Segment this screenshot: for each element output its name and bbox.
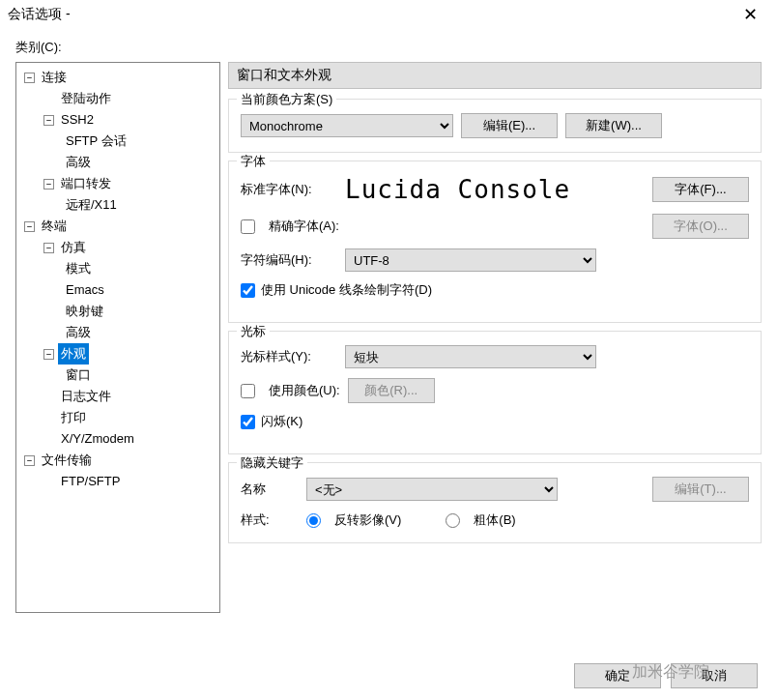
group-title-font: 字体: [237, 153, 270, 170]
tree-terminal[interactable]: 终端: [39, 216, 70, 237]
cursor-style-label: 光标样式(Y):: [241, 348, 337, 365]
toggle-icon[interactable]: −: [43, 179, 54, 190]
color-scheme-group: 当前颜色方案(S) Monochrome 编辑(E)... 新建(W)...: [228, 99, 762, 153]
edit-scheme-button[interactable]: 编辑(E)...: [461, 113, 558, 138]
hidden-name-label: 名称: [241, 481, 299, 498]
encoding-label: 字符编码(H):: [241, 251, 337, 269]
use-color-label: 使用颜色(U):: [269, 382, 340, 399]
blink-label: 闪烁(K): [261, 413, 302, 430]
cursor-style-select[interactable]: 短块: [345, 345, 596, 368]
tree-window[interactable]: 窗口: [63, 365, 94, 386]
bold-radio[interactable]: [446, 513, 460, 528]
toggle-icon[interactable]: −: [24, 455, 35, 466]
window-title: 会话选项 -: [8, 6, 731, 23]
invert-radio[interactable]: [306, 513, 321, 528]
tree-remote-x11[interactable]: 远程/X11: [63, 194, 120, 216]
toggle-icon[interactable]: −: [43, 349, 54, 360]
tree-ssh2[interactable]: SSH2: [58, 109, 97, 131]
tree-appearance[interactable]: 外观: [58, 343, 89, 365]
toggle-icon[interactable]: −: [24, 221, 35, 232]
tree-log[interactable]: 日志文件: [58, 386, 114, 407]
font-group: 字体 标准字体(N): Lucida Console 字体(F)... 精确字体…: [228, 160, 762, 323]
precise-font-label: 精确字体(A):: [269, 218, 645, 235]
color-scheme-select[interactable]: Monochrome: [241, 114, 453, 137]
section-header: 窗口和文本外观: [228, 62, 762, 89]
tree-mode[interactable]: 模式: [63, 258, 94, 279]
tree-ftp-sftp[interactable]: FTP/SFTP: [58, 471, 123, 492]
tree-advanced2[interactable]: 高级: [63, 322, 94, 343]
group-title-scheme: 当前颜色方案(S): [237, 91, 336, 108]
font-preview: Lucida Console: [345, 175, 645, 204]
ok-button[interactable]: 确定: [574, 663, 661, 688]
group-title-hidden: 隐藏关键字: [237, 454, 307, 472]
tree-advanced[interactable]: 高级: [63, 152, 94, 173]
cancel-button[interactable]: 取消: [671, 663, 758, 688]
tree-emulation[interactable]: 仿真: [58, 237, 89, 258]
hidden-keyword-group: 隐藏关键字 名称 <无> 编辑(T)... 样式: 反转影像(V) 粗体(B): [228, 462, 762, 543]
encoding-select[interactable]: UTF-8: [345, 248, 596, 272]
standard-font-label: 标准字体(N):: [241, 181, 337, 198]
hidden-name-select[interactable]: <无>: [306, 478, 558, 501]
toggle-icon[interactable]: −: [43, 243, 54, 253]
tree-sftp[interactable]: SFTP 会话: [63, 131, 130, 152]
use-color-checkbox[interactable]: [241, 384, 255, 398]
tree-emacs[interactable]: Emacs: [63, 279, 107, 301]
blink-checkbox[interactable]: [241, 415, 255, 429]
hidden-edit-button: 编辑(T)...: [652, 477, 749, 502]
bold-label: 粗体(B): [474, 511, 515, 529]
invert-label: 反转影像(V): [334, 511, 401, 529]
close-icon[interactable]: ✕: [731, 0, 769, 29]
cursor-group: 光标 光标样式(Y): 短块 使用颜色(U): 颜色(R)... 闪烁(K): [228, 331, 762, 454]
unicode-lines-label: 使用 Unicode 线条绘制字符(D): [261, 281, 432, 299]
category-tree[interactable]: −连接 登陆动作 −SSH2 SFTP 会话 高级 −端口转发 远程/X11 −…: [15, 62, 220, 613]
unicode-lines-checkbox[interactable]: [241, 283, 255, 298]
category-label: 类别(C):: [15, 39, 762, 56]
tree-port-forward[interactable]: 端口转发: [58, 173, 114, 194]
tree-connection[interactable]: 连接: [39, 67, 70, 88]
tree-xyz[interactable]: X/Y/Zmodem: [58, 428, 137, 450]
toggle-icon[interactable]: −: [24, 73, 35, 83]
color-button: 颜色(R)...: [348, 378, 435, 403]
group-title-cursor: 光标: [237, 323, 270, 340]
tree-print[interactable]: 打印: [58, 407, 89, 428]
hidden-style-label: 样式:: [241, 511, 299, 529]
tree-login[interactable]: 登陆动作: [58, 88, 114, 109]
font-button[interactable]: 字体(F)...: [652, 177, 749, 202]
font-o-button: 字体(O)...: [652, 214, 749, 239]
tree-map-keys[interactable]: 映射键: [63, 301, 106, 322]
precise-font-checkbox[interactable]: [241, 219, 255, 234]
new-scheme-button[interactable]: 新建(W)...: [565, 113, 662, 138]
tree-file-transfer[interactable]: 文件传输: [39, 450, 95, 471]
toggle-icon[interactable]: −: [43, 115, 54, 126]
